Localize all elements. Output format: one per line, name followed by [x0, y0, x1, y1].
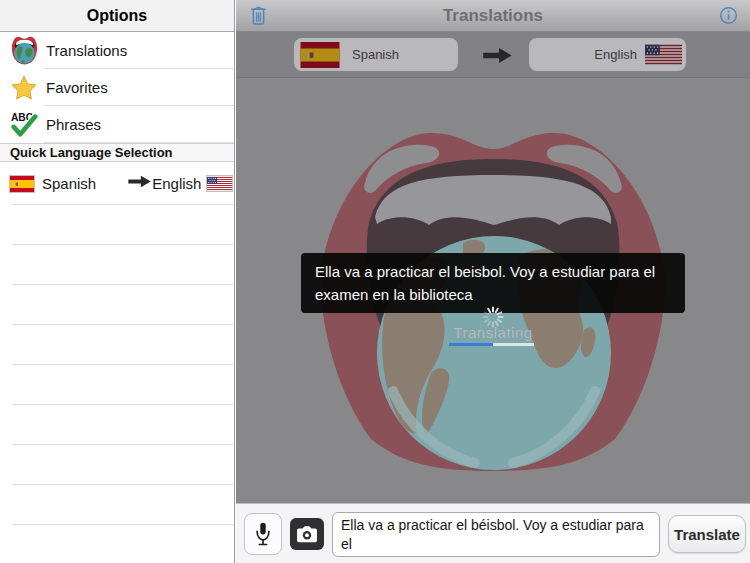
quick-source-language: Spanish	[42, 175, 96, 192]
trash-icon[interactable]	[249, 4, 268, 27]
empty-list-row	[0, 485, 234, 525]
quick-language-selection-row[interactable]: Spanish English	[0, 162, 234, 205]
right-arrow-icon	[128, 174, 152, 193]
sidebar-title: Options	[87, 7, 147, 25]
empty-list-row	[0, 325, 234, 365]
target-language-button[interactable]: English	[529, 38, 686, 71]
sidebar-header: Options	[0, 0, 234, 32]
sidebar-item-favorites[interactable]: Favorites	[0, 69, 234, 106]
spain-flag-icon	[10, 176, 34, 192]
translations-mouth-globe-icon	[10, 36, 38, 66]
options-sidebar: Options Translations	[0, 0, 235, 563]
translation-progress-bar	[449, 343, 534, 346]
right-arrow-icon	[478, 46, 518, 69]
input-toolbar: Ella va a practicar el béisbol. Voy a es…	[236, 503, 750, 563]
target-language-label: English	[594, 47, 637, 62]
info-icon[interactable]	[719, 6, 738, 25]
language-selection-bar: Spanish English	[236, 32, 750, 78]
translation-app: Options Translations	[0, 0, 750, 563]
usa-flag-icon	[645, 42, 682, 67]
empty-list-row	[0, 205, 234, 245]
quick-language-section-header: Quick Language Selection	[0, 143, 234, 162]
empty-list-row	[0, 445, 234, 485]
sidebar-item-phrases[interactable]: ABC Phrases	[0, 106, 234, 143]
empty-list-row	[0, 405, 234, 445]
star-icon	[10, 73, 38, 103]
translating-status-label: Translating	[413, 324, 573, 341]
translation-content-area: Ella va a practicar el beisbol. Voy a es…	[236, 78, 750, 503]
empty-list-row	[0, 285, 234, 325]
source-language-button[interactable]: Spanish	[294, 38, 458, 71]
progress-remaining-segment	[493, 343, 534, 346]
microphone-icon[interactable]	[244, 513, 282, 555]
sidebar-item-label: Phrases	[46, 116, 101, 133]
usa-flag-icon	[207, 176, 232, 191]
source-language-label: Spanish	[352, 47, 399, 62]
navigation-bar: Translations	[236, 0, 750, 32]
translation-input-field[interactable]: Ella va a practicar el béisbol. Voy a es…	[332, 512, 660, 557]
sidebar-item-label: Translations	[46, 42, 127, 59]
camera-icon[interactable]	[290, 518, 324, 550]
page-title: Translations	[236, 6, 750, 26]
section-header-label: Quick Language Selection	[10, 145, 173, 160]
separator	[44, 142, 234, 143]
spain-flag-icon	[300, 42, 340, 68]
abc-check-icon: ABC	[10, 110, 38, 140]
translate-button[interactable]: Translate	[668, 515, 746, 553]
empty-list-row	[0, 365, 234, 405]
translation-panel: Translations	[236, 0, 750, 563]
recognized-text-overlay: Ella va a practicar el beisbol. Voy a es…	[301, 253, 685, 313]
progress-done-segment	[449, 343, 493, 346]
sidebar-item-translations[interactable]: Translations	[0, 32, 234, 69]
empty-list-row	[0, 245, 234, 285]
quick-target-language: English	[152, 175, 201, 192]
sidebar-item-label: Favorites	[46, 79, 108, 96]
